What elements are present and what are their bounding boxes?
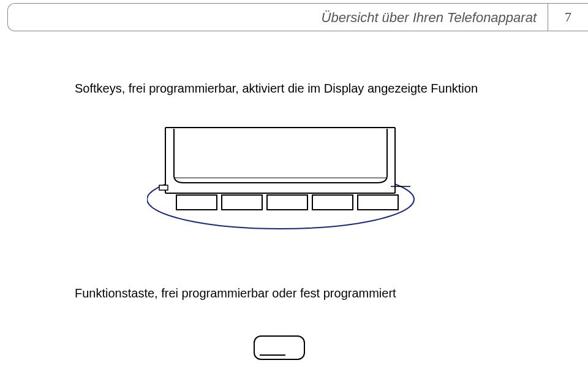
softkeys-description: Softkeys, frei programmierbar, aktiviert… xyxy=(75,82,478,96)
svg-rect-7 xyxy=(222,195,262,210)
page-header: Übersicht über Ihren Telefonapparat 7 xyxy=(7,3,588,34)
svg-rect-8 xyxy=(267,195,307,210)
funktionstaste-diagram xyxy=(252,334,306,361)
funktionstaste-description: Funktionstaste, frei programmierbar oder… xyxy=(75,286,396,301)
svg-rect-9 xyxy=(312,195,353,210)
page-number: 7 xyxy=(565,9,571,25)
header-title-box: Übersicht über Ihren Telefonapparat xyxy=(7,3,548,31)
svg-rect-10 xyxy=(358,195,398,210)
header-title: Übersicht über Ihren Telefonapparat xyxy=(322,10,537,26)
svg-rect-6 xyxy=(176,195,217,210)
softkeys-diagram xyxy=(147,123,417,233)
svg-rect-4 xyxy=(159,185,168,190)
page-number-box: 7 xyxy=(548,3,588,31)
svg-rect-11 xyxy=(254,336,304,359)
